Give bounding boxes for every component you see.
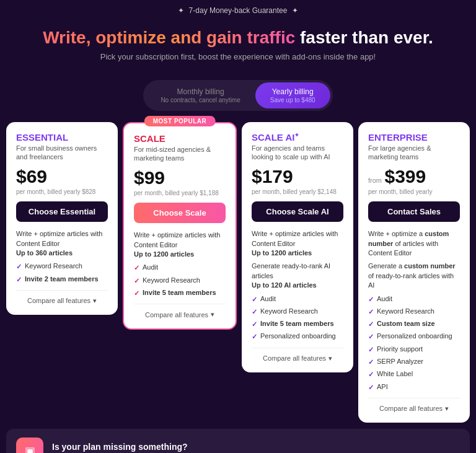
features-header-scale-ai: Write + optimize articles with Content E… bbox=[252, 229, 343, 258]
yearly-sub: Save up to $480 bbox=[270, 97, 315, 103]
plan-name-scale-ai: SCALE AI✦ bbox=[252, 132, 343, 143]
plan-desc-essential: For small business owners and freelancer… bbox=[16, 144, 108, 162]
check-icon: ✓ bbox=[252, 332, 257, 341]
ai-badge: ✦ bbox=[294, 132, 299, 138]
check-icon: ✓ bbox=[134, 276, 139, 285]
compare-scale-ai[interactable]: Compare all features ▾ bbox=[252, 348, 343, 363]
money-back-banner: ✦ 7-day Money-back Guarantee ✦ bbox=[0, 0, 476, 21]
check-icon: ✓ bbox=[252, 320, 257, 328]
price-value-enterprise: $399 bbox=[384, 166, 426, 187]
plan-price-essential: $69 bbox=[16, 167, 108, 186]
check-icon: ✓ bbox=[134, 263, 139, 272]
compare-enterprise[interactable]: Compare all features ▾ bbox=[368, 398, 460, 413]
hero-section: Write, optimize and gain traffic faster … bbox=[0, 21, 476, 71]
check-icon: ✓ bbox=[16, 275, 22, 284]
features-header-essential: Write + optimize articles with Content E… bbox=[16, 229, 108, 258]
yearly-billing-option[interactable]: Yearly billing Save up to $480 bbox=[255, 82, 330, 108]
plan-billing-enterprise: per month, billed yearly bbox=[368, 188, 460, 195]
plan-price-scale: $99 bbox=[134, 169, 226, 187]
plan-name-essential: ESSENTIAL bbox=[16, 132, 108, 143]
feature-team-scale-ai: ✓ Invite 5 team members bbox=[252, 319, 343, 328]
compare-essential[interactable]: Compare all features ▾ bbox=[16, 290, 108, 305]
chevron-down-icon: ▾ bbox=[93, 297, 97, 305]
chevron-down-icon: ▾ bbox=[445, 405, 449, 413]
check-icon: ✓ bbox=[368, 345, 374, 354]
check-icon: ✓ bbox=[134, 289, 139, 297]
check-icon: ✓ bbox=[368, 358, 374, 366]
price-value-scale: $99 bbox=[134, 167, 165, 188]
check-icon: ✓ bbox=[368, 370, 374, 379]
plan-billing-essential: per month, billed yearly $828 bbox=[16, 188, 108, 195]
banner-text: 7-day Money-back Guarantee bbox=[189, 6, 288, 15]
billing-toggle: Monthly billing No contracts, cancel any… bbox=[143, 80, 332, 111]
feature-team-scale: ✓ Invite 5 team members bbox=[134, 288, 226, 297]
price-value-scale-ai: $179 bbox=[252, 166, 293, 187]
headline-gradient: Write, optimize and gain traffic bbox=[43, 28, 295, 47]
feature-onboarding-scale-ai: ✓ Personalized onboarding bbox=[252, 332, 343, 341]
features-ai-header-scale-ai: Generate ready-to-rank AI articles Up to… bbox=[252, 262, 343, 290]
plan-price-scale-ai: $179 bbox=[252, 167, 343, 186]
headline-white: faster than ever. bbox=[300, 28, 433, 47]
feature-audit-scale: ✓ Audit bbox=[134, 263, 226, 272]
bottom-bar: ▣ Is your plan missing something? Don't … bbox=[6, 429, 470, 453]
price-value-essential: $69 bbox=[16, 166, 47, 187]
choose-scale-button[interactable]: Choose Scale bbox=[134, 203, 226, 223]
plan-desc-scale: For mid-sized agencies & marketing teams bbox=[134, 145, 226, 163]
plan-card-scale: MOST POPULAR SCALE For mid-sized agencie… bbox=[123, 122, 237, 330]
feature-keyword-enterprise: ✓ Keyword Research bbox=[368, 307, 460, 316]
feature-keyword-scale-ai: ✓ Keyword Research bbox=[252, 307, 343, 316]
feature-white-label-enterprise: ✓ White Label bbox=[368, 369, 460, 379]
feature-serp-enterprise: ✓ SERP Analyzer bbox=[368, 357, 460, 366]
feature-team-essential: ✓ Invite 2 team members bbox=[16, 275, 108, 284]
yearly-label: Yearly billing bbox=[270, 87, 315, 96]
plan-name-scale: SCALE bbox=[134, 133, 226, 144]
price-from-enterprise: from bbox=[368, 177, 382, 184]
feature-audit-enterprise: ✓ Audit bbox=[368, 294, 460, 304]
plans-container: ESSENTIAL For small business owners and … bbox=[0, 122, 476, 429]
chevron-down-icon: ▾ bbox=[328, 354, 332, 363]
check-icon: ✓ bbox=[16, 262, 22, 271]
bottom-bar-title: Is your plan missing something? bbox=[52, 442, 302, 452]
contact-sales-button[interactable]: Contact Sales bbox=[368, 201, 460, 222]
plan-name-enterprise: ENTERPRISE bbox=[368, 132, 460, 143]
feature-priority-support-enterprise: ✓ Priority support bbox=[368, 345, 460, 354]
check-icon: ✓ bbox=[368, 332, 374, 341]
plan-card-scale-ai: SCALE AI✦ For agencies and teams looking… bbox=[242, 122, 353, 372]
bottom-icon: ▣ bbox=[16, 438, 43, 453]
check-icon: ✓ bbox=[368, 307, 374, 316]
page-title: Write, optimize and gain traffic faster … bbox=[12, 27, 464, 48]
choose-scale-ai-button[interactable]: Choose Scale AI bbox=[252, 201, 343, 222]
banner-icon-left: ✦ bbox=[178, 6, 184, 15]
feature-onboarding-enterprise: ✓ Personalized onboarding bbox=[368, 332, 460, 341]
feature-audit-scale-ai: ✓ Audit bbox=[252, 294, 343, 304]
feature-team-size-enterprise: ✓ Custom team size bbox=[368, 319, 460, 328]
plan-card-enterprise: ENTERPRISE For large agencies & marketin… bbox=[358, 122, 470, 423]
plan-billing-scale: per month, billed yearly $1,188 bbox=[134, 190, 226, 196]
monthly-label: Monthly billing bbox=[161, 87, 240, 96]
plan-card-essential: ESSENTIAL For small business owners and … bbox=[6, 122, 118, 315]
bottom-bar-text: Is your plan missing something? Don't wo… bbox=[52, 442, 302, 453]
check-icon: ✓ bbox=[252, 295, 257, 304]
features-header-scale: Write + optimize articles with Content E… bbox=[134, 231, 226, 259]
plan-price-enterprise: from $399 bbox=[368, 167, 460, 186]
features-header-enterprise: Write + optimize a custom number of arti… bbox=[368, 229, 460, 258]
monthly-billing-option[interactable]: Monthly billing No contracts, cancel any… bbox=[146, 82, 255, 108]
chevron-down-icon: ▾ bbox=[211, 310, 214, 319]
feature-api-enterprise: ✓ API bbox=[368, 382, 460, 392]
feature-keyword-scale: ✓ Keyword Research bbox=[134, 276, 226, 285]
plan-desc-enterprise: For large agencies & marketing teams bbox=[368, 144, 460, 162]
choose-essential-button[interactable]: Choose Essential bbox=[16, 201, 108, 222]
features-custom-enterprise: Generate a custom number of ready-to-ran… bbox=[368, 262, 460, 290]
monthly-sub: No contracts, cancel anytime bbox=[161, 97, 240, 103]
hero-subtext: Pick your subscription first, boost the … bbox=[12, 52, 464, 61]
compare-scale[interactable]: Compare all features ▾ bbox=[134, 304, 226, 319]
plan-desc-scale-ai: For agencies and teams looking to scale … bbox=[252, 144, 343, 162]
popular-badge: MOST POPULAR bbox=[144, 116, 216, 126]
check-icon: ✓ bbox=[368, 320, 374, 328]
banner-icon-right: ✦ bbox=[292, 6, 298, 15]
check-icon: ✓ bbox=[368, 383, 374, 392]
check-icon: ✓ bbox=[368, 295, 374, 304]
feature-keyword-research-essential: ✓ Keyword Research bbox=[16, 262, 108, 271]
plan-billing-scale-ai: per month, billed yearly $2,148 bbox=[252, 188, 343, 195]
check-icon: ✓ bbox=[252, 307, 257, 316]
